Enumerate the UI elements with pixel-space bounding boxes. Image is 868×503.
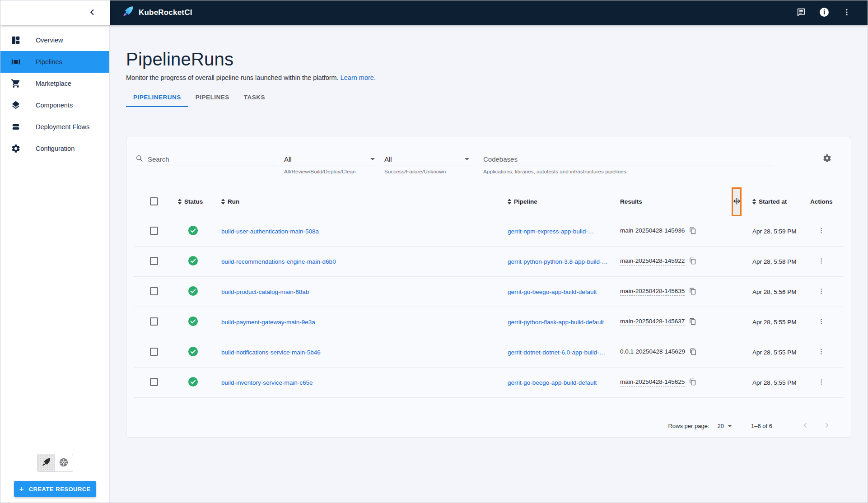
result-value[interactable]: main-20250428-145922 bbox=[620, 257, 685, 265]
sort-icon bbox=[752, 199, 756, 205]
started-at-value: Apr 28, 5:55 PM bbox=[743, 319, 795, 326]
feedback-button[interactable] bbox=[796, 7, 806, 19]
pipeline-link[interactable]: gerrit-python-flask-app-build-default bbox=[508, 319, 604, 326]
column-header-status[interactable]: Status bbox=[177, 198, 213, 205]
result-value[interactable]: main-20250428-145635 bbox=[620, 288, 685, 296]
pipelineruns-card: All All/Review/Build/Deploy/Clean All Su… bbox=[126, 137, 851, 438]
column-resize-handle-highlighted[interactable] bbox=[732, 187, 742, 216]
row-checkbox[interactable] bbox=[150, 257, 158, 265]
info-button[interactable] bbox=[819, 7, 830, 19]
copy-button[interactable] bbox=[689, 378, 696, 387]
copy-button[interactable] bbox=[689, 257, 696, 266]
chevron-left-icon bbox=[87, 7, 97, 19]
dashboard-icon bbox=[10, 35, 21, 46]
sidebar-item-deployment-flows[interactable]: Deployment Flows bbox=[0, 116, 109, 138]
status-success-icon bbox=[188, 377, 198, 389]
learn-more-link[interactable]: Learn more. bbox=[341, 74, 376, 81]
kubernetes-view-toggle[interactable] bbox=[55, 454, 73, 472]
create-resource-button[interactable]: + CREATE RESOURCE bbox=[14, 481, 96, 497]
started-at-value: Apr 28, 5:56 PM bbox=[743, 289, 795, 295]
pipeline-link[interactable]: gerrit-go-beego-app-build-default bbox=[508, 379, 597, 386]
search-input[interactable] bbox=[148, 155, 277, 163]
result-value[interactable]: main-20250428-145936 bbox=[620, 227, 685, 235]
rocket-icon bbox=[41, 457, 51, 469]
table-settings-button[interactable] bbox=[822, 154, 832, 164]
pipeline-link[interactable]: gerrit-npm-express-app-build-… bbox=[508, 228, 594, 235]
copy-button[interactable] bbox=[689, 318, 696, 326]
started-at-value: Apr 28, 5:55 PM bbox=[743, 349, 795, 356]
tab-pipelines[interactable]: PIPELINES bbox=[188, 88, 237, 107]
top-app-bar: KubeRocketCI bbox=[0, 0, 868, 25]
table-header-row: Status Run Pipeline Results bbox=[134, 186, 844, 216]
column-header-run[interactable]: Run bbox=[213, 198, 499, 205]
kebab-icon bbox=[817, 257, 825, 266]
copy-button[interactable] bbox=[689, 288, 696, 296]
sidebar-item-configuration[interactable]: Configuration bbox=[0, 138, 109, 159]
sidebar-item-marketplace[interactable]: Marketplace bbox=[0, 73, 109, 94]
run-link[interactable]: build-product-catalog-main-68ab bbox=[221, 289, 309, 295]
table-pagination: Rows per page: 20 1–6 of 6 bbox=[126, 415, 851, 437]
previous-page-button[interactable] bbox=[798, 419, 812, 433]
result-value[interactable]: main-20250428-145625 bbox=[620, 378, 685, 387]
codebases-helper: Applications, libraries, autotests and i… bbox=[483, 168, 773, 175]
page-description: Monitor the progress of overall pipeline… bbox=[126, 74, 868, 81]
tab-tasks[interactable]: TASKS bbox=[237, 88, 272, 107]
run-link[interactable]: build-notifications-service-main-5b46 bbox=[221, 349, 321, 356]
copy-button[interactable] bbox=[689, 227, 696, 236]
row-actions-button[interactable] bbox=[816, 376, 827, 389]
copy-button[interactable] bbox=[690, 348, 697, 357]
row-actions-button[interactable] bbox=[816, 225, 827, 238]
run-link[interactable]: build-inventory-service-main-c65e bbox=[221, 379, 313, 386]
pipelines-icon bbox=[10, 56, 21, 67]
row-actions-button[interactable] bbox=[816, 346, 827, 359]
copy-icon bbox=[689, 227, 696, 236]
row-checkbox[interactable] bbox=[150, 378, 158, 386]
pipeline-link[interactable]: gerrit-python-python-3.8-app-build-… bbox=[508, 258, 608, 265]
kebab-icon bbox=[817, 378, 825, 387]
table-row: build-inventory-service-main-c65e gerrit… bbox=[134, 368, 844, 398]
select-all-checkbox[interactable] bbox=[150, 197, 158, 205]
run-link[interactable]: build-user-authentication-main-508a bbox=[221, 228, 319, 235]
run-link[interactable]: build-recommendations-engine-main-d6b0 bbox=[221, 258, 336, 265]
sidebar-collapse-button[interactable] bbox=[87, 7, 97, 19]
row-checkbox[interactable] bbox=[150, 287, 158, 295]
row-checkbox[interactable] bbox=[150, 317, 158, 326]
tabs: PIPELINERUNS PIPELINES TASKS bbox=[126, 88, 868, 107]
chevron-left-icon bbox=[801, 421, 809, 431]
sidebar-item-pipelines[interactable]: Pipelines bbox=[0, 51, 109, 73]
result-value[interactable]: 0.0.1-20250428-145629 bbox=[620, 348, 685, 356]
pipeline-link[interactable]: gerrit-dotnet-dotnet-6.0-app-build-… bbox=[508, 349, 605, 356]
run-link[interactable]: build-payment-gateway-main-9e3a bbox=[221, 319, 315, 326]
kebab-icon bbox=[842, 7, 851, 19]
status-success-icon bbox=[188, 316, 198, 328]
sort-icon bbox=[508, 199, 511, 205]
status-filter: All Success/Failure/Unknown bbox=[384, 153, 471, 175]
copy-icon bbox=[689, 257, 696, 266]
status-success-icon bbox=[188, 286, 198, 298]
status-filter-select[interactable]: All bbox=[384, 153, 471, 166]
row-actions-button[interactable] bbox=[816, 255, 827, 268]
sidebar-item-components[interactable]: Components bbox=[0, 94, 109, 116]
column-header-started-at[interactable]: Started at bbox=[743, 198, 795, 205]
table-row: build-recommendations-engine-main-d6b0 g… bbox=[134, 247, 844, 277]
column-header-pipeline[interactable]: Pipeline bbox=[499, 198, 615, 205]
type-filter-select[interactable]: All bbox=[284, 153, 377, 166]
rocket-logo-icon bbox=[121, 5, 134, 20]
codebases-input[interactable] bbox=[483, 155, 773, 163]
sidebar-item-overview[interactable]: Overview bbox=[0, 29, 109, 51]
more-menu-button[interactable] bbox=[842, 7, 851, 19]
rocket-view-toggle[interactable] bbox=[37, 454, 55, 472]
tab-pipelineruns[interactable]: PIPELINERUNS bbox=[126, 88, 188, 107]
row-checkbox[interactable] bbox=[150, 227, 158, 235]
next-page-button[interactable] bbox=[820, 419, 834, 433]
rows-per-page-select[interactable]: 20 bbox=[718, 423, 732, 429]
chevron-down-icon bbox=[370, 158, 375, 160]
pipeline-link[interactable]: gerrit-go-beego-app-build-default bbox=[508, 289, 597, 295]
row-actions-button[interactable] bbox=[816, 285, 827, 298]
view-toggle-group bbox=[0, 454, 109, 472]
row-checkbox[interactable] bbox=[150, 348, 158, 356]
sort-icon bbox=[221, 199, 225, 205]
chevron-right-icon bbox=[823, 421, 831, 431]
row-actions-button[interactable] bbox=[816, 316, 827, 329]
result-value[interactable]: main-20250428-145637 bbox=[620, 318, 685, 326]
